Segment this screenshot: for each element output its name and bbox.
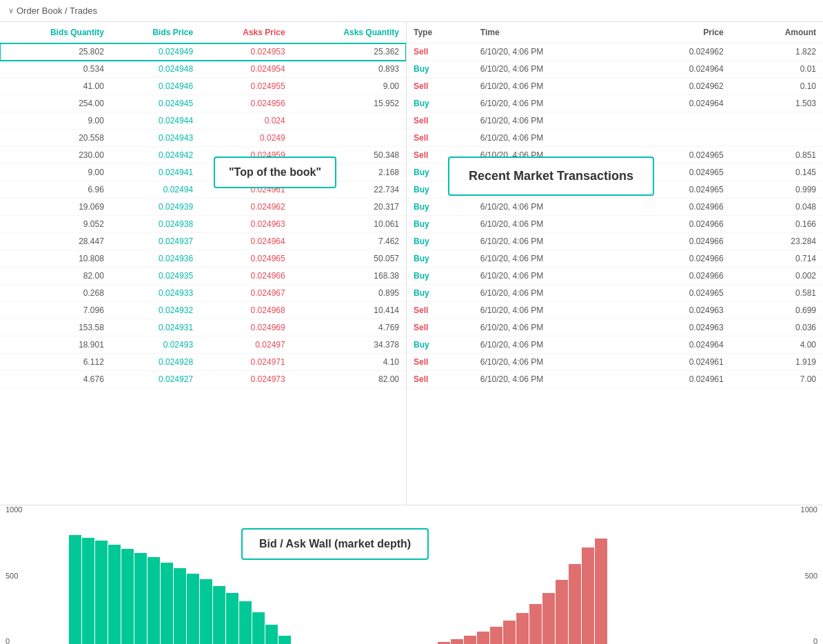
trade-price-cell: 0.024964: [631, 336, 731, 354]
trade-amount-cell: 1.822: [731, 43, 823, 61]
asks-qty-cell: 9.00: [292, 78, 406, 95]
asks-price-cell: 0.0249: [200, 130, 292, 147]
asks-price-cell: 0.024966: [200, 268, 292, 285]
bids-price-cell: 0.024944: [111, 112, 200, 130]
table-row: 6.960.024940.02496122.734: [0, 181, 406, 199]
bids-qty-cell: 41.00: [0, 78, 111, 95]
bids-price-cell: 0.024927: [111, 371, 200, 388]
trade-price-cell: 0.024966: [631, 233, 731, 250]
bids-price-cell: 0.024935: [111, 268, 200, 285]
asks-price-cell: 0.024967: [200, 285, 292, 302]
asks-qty-cell: 168.38: [292, 268, 406, 285]
trade-price-cell: 0.024964: [631, 95, 731, 112]
asks-qty-cell: [292, 130, 406, 147]
bids-price-cell: 0.02493: [111, 336, 200, 354]
bid-bar: [95, 541, 108, 644]
header: ∨ Order Book / Trades: [0, 0, 823, 22]
trade-time-cell: 6/10/20, 4:06 PM: [474, 319, 631, 336]
bid-bar: [161, 563, 173, 644]
trade-time-cell: 6/10/20, 4:06 PM: [474, 43, 631, 61]
asks-price-cell: 0.024968: [200, 302, 292, 319]
bid-bar: [134, 553, 147, 644]
bid-bar: [278, 636, 291, 644]
trade-type-cell: Buy: [407, 285, 474, 302]
asks-qty-cell: 20.317: [292, 199, 406, 216]
bids-qty-cell: 20.558: [0, 130, 111, 147]
bids-price-cell: 0.024932: [111, 302, 200, 319]
table-row: 6.1120.0249280.0249714.10: [0, 354, 406, 371]
trade-type-cell: Buy: [407, 336, 474, 354]
bid-bar: [252, 612, 265, 644]
trade-type-cell: Buy: [407, 199, 474, 216]
trade-type-cell: Sell: [407, 78, 474, 95]
trade-price-cell: [631, 130, 731, 147]
bids-qty-cell: 19.069: [0, 199, 111, 216]
table-row: 254.000.0249450.02495615.952: [0, 95, 406, 112]
bids-price-cell: 0.024933: [111, 285, 200, 302]
trade-time-cell: 6/10/20, 4:06 PM: [474, 371, 631, 388]
trade-amount-cell: 7.00: [731, 371, 823, 388]
table-row: Sell6/10/20, 4:06 PM0.0249611.919: [407, 354, 823, 371]
bids-price-cell: 0.024936: [111, 250, 200, 268]
trade-time-cell: 6/10/20, 4:06 PM: [474, 233, 631, 250]
trade-time-cell: 6/10/20, 4:06 PM: [474, 95, 631, 112]
trade-price-cell: 0.024961: [631, 371, 731, 388]
asks-qty-cell: 4.10: [292, 354, 406, 371]
y-right-1000: 1000: [801, 505, 817, 514]
bids-qty-cell: 153.58: [0, 319, 111, 336]
asks-price-cell: 0.024969: [200, 319, 292, 336]
bids-qty-cell: 82.00: [0, 268, 111, 285]
table-row: 153.580.0249310.0249694.769: [0, 319, 406, 336]
table-row: Buy6/10/20, 4:06 PM0.0249641.503: [407, 95, 823, 112]
table-row: Buy6/10/20, 4:06 PM0.0249640.01: [407, 61, 823, 78]
ask-bar: [582, 547, 594, 644]
trade-type-cell: Buy: [407, 95, 474, 112]
trade-time-cell: 6/10/20, 4:06 PM: [474, 112, 631, 130]
ask-bar: [477, 632, 489, 644]
table-row: Buy6/10/20, 4:06 PM0.0249650.581: [407, 285, 823, 302]
y-axis-right: 1000 500 0: [801, 505, 817, 644]
asks-price-cell: 0.024973: [200, 371, 292, 388]
trade-amount-cell: 0.999: [731, 181, 823, 199]
trade-time-cell: 6/10/20, 4:06 PM: [474, 199, 631, 216]
trade-price-cell: [631, 112, 731, 130]
bid-bar: [174, 568, 186, 644]
trade-amount-cell: 1.919: [731, 354, 823, 371]
trade-price-cell: 0.024964: [631, 61, 731, 78]
trade-amount-cell: 0.699: [731, 302, 823, 319]
trade-time-cell: 6/10/20, 4:06 PM: [474, 285, 631, 302]
time-header: Time: [474, 22, 631, 43]
order-book-table: Bids Quantity Bids Price Asks Price Asks…: [0, 22, 406, 388]
bids-qty-cell: 25.802: [0, 43, 111, 61]
trade-amount-cell: [731, 112, 823, 130]
table-row: 9.000.0249440.024: [0, 112, 406, 130]
table-row: Sell6/10/20, 4:06 PM0.0249620.10: [407, 78, 823, 95]
trades-table: Type Time Price Amount Sell6/10/20, 4:06…: [407, 22, 823, 388]
trade-price-cell: 0.024966: [631, 250, 731, 268]
trade-price-cell: 0.024963: [631, 319, 731, 336]
bids-price-cell: 0.024948: [111, 61, 200, 78]
trade-time-cell: 6/10/20, 4:06 PM: [474, 250, 631, 268]
bids-qty-cell: 0.268: [0, 285, 111, 302]
asks-qty-cell: 82.00: [292, 371, 406, 388]
ask-bar: [569, 564, 581, 644]
table-row: Buy6/10/20, 4:06 PM0.0249660.002: [407, 268, 823, 285]
table-row: 10.8080.0249360.02496550.057: [0, 250, 406, 268]
bids-price-cell: 0.024949: [111, 43, 200, 61]
table-row: 0.2680.0249330.0249670.895: [0, 285, 406, 302]
trade-type-cell: Sell: [407, 43, 474, 61]
trade-amount-cell: 0.714: [731, 250, 823, 268]
asks-price-cell: 0.024953: [200, 43, 292, 61]
amount-header: Amount: [731, 22, 823, 43]
ask-bar: [490, 627, 502, 644]
bids-qty-cell: 6.112: [0, 354, 111, 371]
table-row: Buy6/10/20, 4:06 PM0.0249660.714: [407, 250, 823, 268]
bid-ask-wall-tooltip: Bid / Ask Wall (market depth): [241, 528, 429, 560]
trade-amount-cell: 4.00: [731, 336, 823, 354]
asks-qty-cell: 7.462: [292, 233, 406, 250]
y-left-1000: 1000: [6, 505, 22, 514]
price-header: Price: [631, 22, 731, 43]
asks-price-cell: 0.024956: [200, 95, 292, 112]
bids-qty-cell: 7.096: [0, 302, 111, 319]
bids-qty-cell: 10.808: [0, 250, 111, 268]
